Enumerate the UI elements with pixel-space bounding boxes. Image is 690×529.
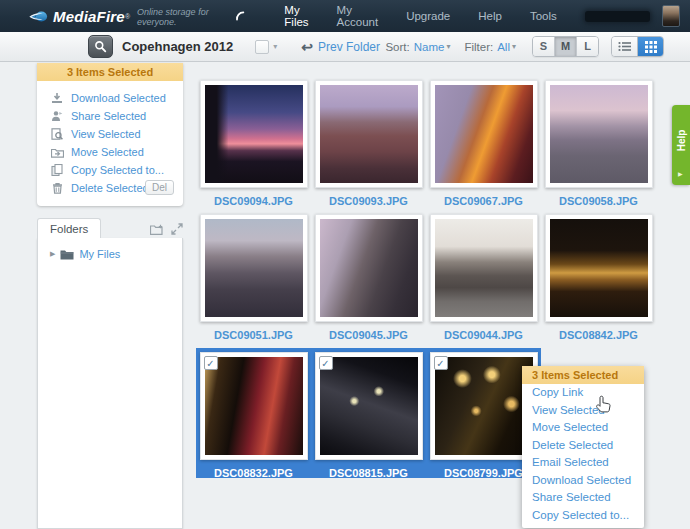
filter-label: Filter: <box>464 41 493 53</box>
context-menu-header: 3 Items Selected <box>522 366 644 384</box>
sort-value-dropdown[interactable]: Name <box>414 41 445 53</box>
hand-cursor-icon <box>595 395 612 414</box>
thumbnail-size-group: S M L <box>532 36 599 57</box>
tree-item-my-files[interactable]: ▶ My Files <box>38 238 182 260</box>
file-tile[interactable]: DSC09058.JPG <box>541 80 656 207</box>
thumbnail-checkbox[interactable]: ✓ <box>204 356 218 370</box>
sort-caret-icon[interactable]: ▾ <box>446 42 450 51</box>
nav-item-tools[interactable]: Tools <box>516 1 571 31</box>
file-tile[interactable]: DSC09067.JPG <box>426 80 541 207</box>
photo-thumbnail[interactable] <box>205 357 303 455</box>
photo-thumbnail[interactable] <box>435 85 533 183</box>
action-view-selected[interactable]: View Selected <box>37 125 183 143</box>
file-tile[interactable]: DSC09093.JPG <box>311 80 426 207</box>
help-arrow-icon: ▶ <box>678 170 683 177</box>
photo-thumbnail[interactable] <box>320 219 418 317</box>
file-tile-selected[interactable]: ✓ DSC08815.JPG <box>311 352 426 479</box>
photo-thumbnail[interactable] <box>205 219 303 317</box>
file-tile[interactable]: DSC09094.JPG <box>196 80 311 207</box>
photo-thumbnail[interactable] <box>550 219 648 317</box>
download-icon <box>50 92 64 104</box>
photo-thumbnail[interactable] <box>205 85 303 183</box>
photo-thumbnail[interactable] <box>435 219 533 317</box>
size-small-button[interactable]: S <box>533 37 554 56</box>
menu-item-share-selected[interactable]: Share Selected <box>522 489 644 507</box>
tree-expand-icon[interactable]: ▶ <box>50 250 55 258</box>
file-tile[interactable]: DSC08842.JPG <box>541 214 656 341</box>
list-view-icon <box>618 41 631 52</box>
menu-item-download-selected[interactable]: Download Selected <box>522 472 644 490</box>
help-tab[interactable]: Help ▶ <box>672 105 690 185</box>
size-large-button[interactable]: L <box>576 37 598 56</box>
thumbnail-checkbox[interactable]: ✓ <box>319 356 333 370</box>
file-tile[interactable]: DSC09045.JPG <box>311 214 426 341</box>
action-label: Delete Selected <box>71 182 149 194</box>
file-grid-row-2: DSC09051.JPG DSC09045.JPG DSC09044.JPG D… <box>196 214 656 341</box>
folder-icon <box>60 249 74 260</box>
file-name-link[interactable]: DSC09093.JPG <box>329 195 408 207</box>
menu-item-email-selected[interactable]: Email Selected <box>522 454 644 472</box>
filter-caret-icon[interactable]: ▾ <box>512 42 516 51</box>
nav-item-upgrade[interactable]: Upgrade <box>392 1 464 31</box>
folders-header: Folders <box>37 215 183 238</box>
size-medium-button[interactable]: M <box>554 37 576 56</box>
list-view-button[interactable] <box>612 37 637 56</box>
folders-tab[interactable]: Folders <box>37 218 101 238</box>
prev-folder-button[interactable]: ↩ Prev Folder <box>301 39 380 55</box>
file-name-link[interactable]: DSC09045.JPG <box>329 329 408 341</box>
file-name-link[interactable]: DSC08799.JPG <box>444 467 523 479</box>
expand-folders-icon[interactable] <box>171 223 183 235</box>
file-name-link[interactable]: DSC09094.JPG <box>214 195 293 207</box>
move-folder-icon <box>50 147 64 158</box>
action-share-selected[interactable]: Share Selected <box>37 107 183 125</box>
photo-thumbnail[interactable] <box>320 357 418 455</box>
menu-item-view-selected[interactable]: View Selected <box>522 402 644 420</box>
file-name-link[interactable]: DSC08815.JPG <box>329 467 408 479</box>
top-nav: MediaFire ® Online storage for everyone.… <box>0 0 690 32</box>
selected-files-band: ✓ DSC08832.JPG ✓ DSC08815.JPG ✓ DSC08799… <box>196 348 541 478</box>
context-menu: 3 Items Selected Copy Link View Selected… <box>522 366 644 528</box>
checkbox-box[interactable] <box>255 40 269 54</box>
menu-item-move-selected[interactable]: Move Selected <box>522 419 644 437</box>
toolbar-right-controls: Sort: Name ▾ Filter: All ▾ S M L <box>385 36 664 57</box>
mediafire-logo[interactable]: MediaFire ® Online storage for everyone. <box>28 5 213 27</box>
photo-thumbnail[interactable] <box>320 85 418 183</box>
brand-name: MediaFire <box>53 8 125 25</box>
check-icon: ✓ <box>206 358 214 369</box>
select-all-checkbox[interactable]: ▾ <box>255 40 277 54</box>
file-name-link[interactable]: DSC09044.JPG <box>444 329 523 341</box>
select-all-caret-icon[interactable]: ▾ <box>273 42 277 51</box>
menu-item-delete-selected[interactable]: Delete Selected <box>522 437 644 455</box>
filter-value-dropdown[interactable]: All <box>497 41 510 53</box>
folders-panel: Folders ▶ My Files <box>37 215 183 529</box>
file-tile-selected[interactable]: ✓ DSC08832.JPG <box>196 352 311 479</box>
photo-thumbnail[interactable] <box>550 85 648 183</box>
file-name-link[interactable]: DSC08832.JPG <box>214 467 293 479</box>
file-name-link[interactable]: DSC08842.JPG <box>559 329 638 341</box>
action-copy-selected[interactable]: Copy Selected to... <box>37 161 183 179</box>
menu-item-copy-link[interactable]: Copy Link <box>522 384 644 402</box>
new-folder-icon[interactable] <box>150 224 164 235</box>
file-name-link[interactable]: DSC09067.JPG <box>444 195 523 207</box>
file-name-link[interactable]: DSC09058.JPG <box>559 195 638 207</box>
file-tile[interactable]: DSC09051.JPG <box>196 214 311 341</box>
nav-item-help[interactable]: Help <box>464 1 516 31</box>
action-delete-selected[interactable]: Delete Selected Del <box>37 179 183 197</box>
grid-view-button[interactable] <box>637 37 663 56</box>
redacted-user-email <box>585 11 650 22</box>
action-move-selected[interactable]: Move Selected <box>37 143 183 161</box>
action-label: Copy Selected to... <box>71 164 164 176</box>
action-download-selected[interactable]: Download Selected <box>37 89 183 107</box>
folders-header-icons <box>150 223 183 238</box>
thumbnail-checkbox[interactable]: ✓ <box>434 356 448 370</box>
folder-title: Copehnagen 2012 <box>122 39 233 54</box>
selection-actions: Download Selected Share Selected View Se… <box>37 81 183 206</box>
photo-thumbnail[interactable] <box>435 357 533 455</box>
search-button[interactable] <box>88 35 113 58</box>
user-avatar[interactable] <box>662 5 680 27</box>
file-name-link[interactable]: DSC09051.JPG <box>214 329 293 341</box>
menu-item-copy-selected-to[interactable]: Copy Selected to... <box>522 507 644 525</box>
curved-arrow-icon[interactable] <box>235 9 246 23</box>
file-tile[interactable]: DSC09044.JPG <box>426 214 541 341</box>
share-user-icon <box>50 110 64 122</box>
